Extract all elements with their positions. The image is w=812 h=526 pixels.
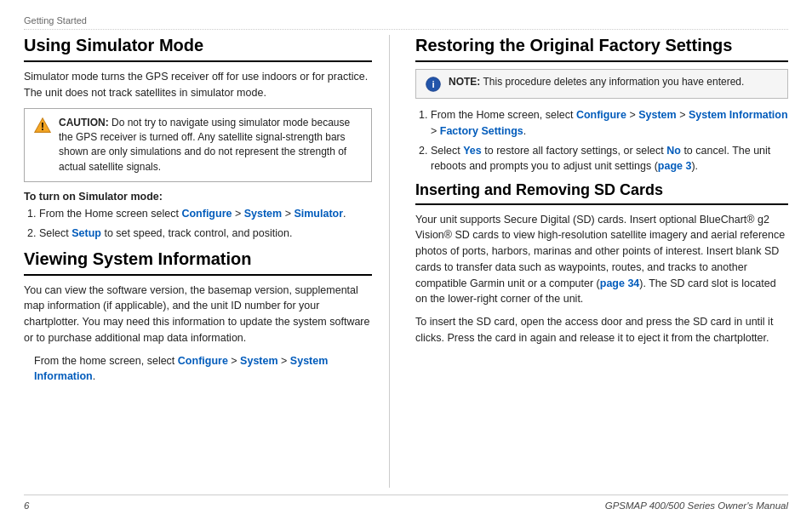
caution-icon: !: [33, 117, 52, 135]
page-number: 6: [24, 500, 29, 511]
section1-divider: [24, 60, 372, 62]
note-box: i NOTE: This procedure deletes any infor…: [415, 69, 788, 99]
sd-cards-para1: Your unit supports Secure Digital (SD) c…: [415, 212, 788, 308]
factory-step-2: Select Yes to restore all factory settin…: [431, 143, 788, 175]
caution-label: CAUTION:: [59, 117, 109, 129]
section4-divider: [415, 203, 788, 205]
system-info-title: Viewing System Information: [24, 249, 372, 269]
steps-title: To turn on Simulator mode:: [24, 191, 372, 203]
simulator-step-1: From the Home screen select Configure > …: [39, 206, 372, 222]
svg-text:!: !: [41, 120, 44, 132]
caution-box: ! CAUTION: Do not try to navigate using …: [24, 108, 372, 183]
system-info-link-2[interactable]: System Information: [689, 109, 788, 121]
caution-text: CAUTION: Do not try to navigate using si…: [59, 116, 363, 175]
page3-link[interactable]: page 3: [658, 160, 692, 172]
system-link-1[interactable]: System: [244, 208, 282, 220]
factory-settings-link[interactable]: Factory Settings: [440, 125, 523, 137]
simulator-steps: From the Home screen select Configure > …: [24, 206, 372, 242]
factory-step-1: From the Home screen, select Configure >…: [431, 107, 788, 140]
system-info-indent: From the home screen, select Configure >…: [34, 353, 372, 386]
factory-settings-title: Restoring the Original Factory Settings: [415, 35, 788, 55]
simulator-mode-title: Using Simulator Mode: [24, 35, 372, 55]
system-info-intro: You can view the software version, the b…: [24, 283, 372, 346]
simulator-intro: Simulator mode turns the GPS receiver of…: [24, 69, 372, 101]
right-column: Restoring the Original Factory Settings …: [415, 35, 788, 488]
section3-divider: [415, 60, 788, 62]
page34-link[interactable]: page 34: [600, 277, 640, 289]
left-column: Using Simulator Mode Simulator mode turn…: [24, 35, 390, 488]
note-icon: i: [425, 76, 442, 93]
page-footer: 6 GPSMAP 400/500 Series Owner's Manual: [24, 495, 788, 511]
breadcrumb: Getting Started: [24, 15, 788, 30]
setup-link[interactable]: Setup: [71, 227, 101, 239]
system-link-2[interactable]: System: [240, 355, 277, 367]
sd-cards-title: Inserting and Removing SD Cards: [415, 181, 788, 200]
configure-link-2[interactable]: Configure: [178, 355, 228, 367]
system-info-path: From the home screen, select Configure >…: [34, 353, 372, 386]
footer-title: GPSMAP 400/500 Series Owner's Manual: [605, 500, 788, 511]
system-link-3[interactable]: System: [638, 109, 676, 121]
factory-steps: From the Home screen, select Configure >…: [415, 107, 788, 174]
simulator-step-2: Select Setup to set speed, track control…: [39, 226, 372, 242]
section2-divider: [24, 274, 372, 276]
note-text: NOTE: This procedure deletes any informa…: [449, 75, 744, 89]
configure-link-1[interactable]: Configure: [181, 208, 232, 220]
yes-link[interactable]: Yes: [463, 145, 482, 157]
sd-cards-para2: To insert the SD card, open the access d…: [415, 314, 788, 346]
note-label: NOTE:: [449, 76, 480, 88]
configure-link-3[interactable]: Configure: [576, 109, 626, 121]
simulator-link[interactable]: Simulator: [294, 208, 343, 220]
no-link[interactable]: No: [666, 145, 681, 157]
svg-text:i: i: [432, 78, 434, 89]
note-body: This procedure deletes any information y…: [483, 76, 744, 88]
